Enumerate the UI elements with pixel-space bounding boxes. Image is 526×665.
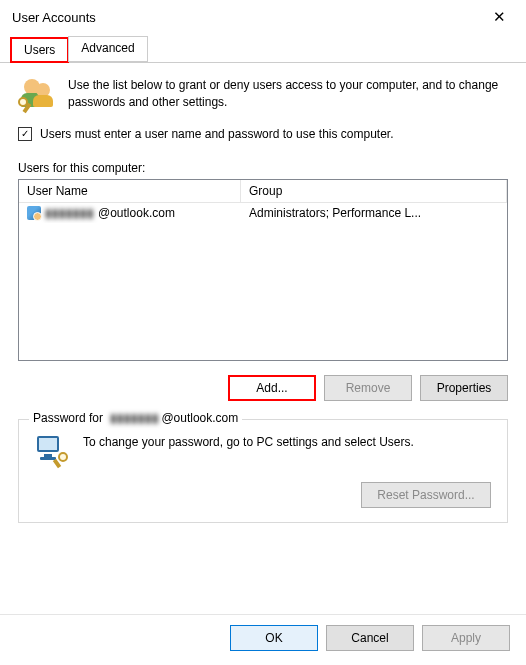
apply-button: Apply <box>422 625 510 651</box>
close-button[interactable]: ✕ <box>476 2 522 32</box>
reset-password-row: Reset Password... <box>35 482 491 508</box>
intro-row: Use the list below to grant or deny user… <box>18 77 508 113</box>
cell-username: ▮▮▮▮▮▮▮ @outlook.com <box>19 203 241 223</box>
user-accounts-dialog: User Accounts ✕ Users Advanced Use the l… <box>0 0 526 665</box>
listview-header[interactable]: User Name Group <box>19 180 507 203</box>
password-instruction-text: To change your password, go to PC settin… <box>83 434 491 451</box>
user-account-icon <box>27 206 41 220</box>
column-username[interactable]: User Name <box>19 180 241 202</box>
titlebar[interactable]: User Accounts ✕ <box>0 0 526 34</box>
properties-button[interactable]: Properties <box>420 375 508 401</box>
tab-users[interactable]: Users <box>10 37 69 63</box>
add-button[interactable]: Add... <box>228 375 316 401</box>
remove-button: Remove <box>324 375 412 401</box>
window-title: User Accounts <box>12 10 476 25</box>
username-suffix: @outlook.com <box>98 206 175 220</box>
require-login-checkbox[interactable]: ✓ <box>18 127 32 141</box>
require-login-label: Users must enter a user name and passwor… <box>40 127 394 141</box>
users-keys-icon <box>18 77 54 113</box>
close-icon: ✕ <box>493 8 506 26</box>
password-row: To change your password, go to PC settin… <box>35 434 491 468</box>
password-groupbox: Password for ▮▮▮▮▮▮▮ @outlook.com To cha… <box>18 419 508 523</box>
ok-button[interactable]: OK <box>230 625 318 651</box>
monitor-key-icon <box>35 434 69 468</box>
password-group-title: Password for ▮▮▮▮▮▮▮ @outlook.com <box>29 411 242 425</box>
users-listview[interactable]: User Name Group ▮▮▮▮▮▮▮ @outlook.com Adm… <box>18 179 508 361</box>
intro-text: Use the list below to grant or deny user… <box>68 77 508 111</box>
tab-advanced[interactable]: Advanced <box>68 36 147 62</box>
dialog-footer: OK Cancel Apply <box>0 614 526 665</box>
table-row[interactable]: ▮▮▮▮▮▮▮ @outlook.com Administrators; Per… <box>19 203 507 223</box>
column-group[interactable]: Group <box>241 180 507 202</box>
password-title-redacted: ▮▮▮▮▮▮▮ <box>110 411 159 425</box>
require-login-checkbox-row[interactable]: ✓ Users must enter a user name and passw… <box>18 127 508 141</box>
cancel-button[interactable]: Cancel <box>326 625 414 651</box>
user-buttons-row: Add... Remove Properties <box>18 375 508 401</box>
username-redacted: ▮▮▮▮▮▮▮ <box>45 206 94 220</box>
reset-password-button: Reset Password... <box>361 482 491 508</box>
cell-group: Administrators; Performance L... <box>241 203 507 223</box>
tab-content-users: Use the list below to grant or deny user… <box>0 63 526 614</box>
tab-strip: Users Advanced <box>0 36 526 63</box>
check-icon: ✓ <box>21 129 29 139</box>
users-list-label: Users for this computer: <box>18 161 508 175</box>
